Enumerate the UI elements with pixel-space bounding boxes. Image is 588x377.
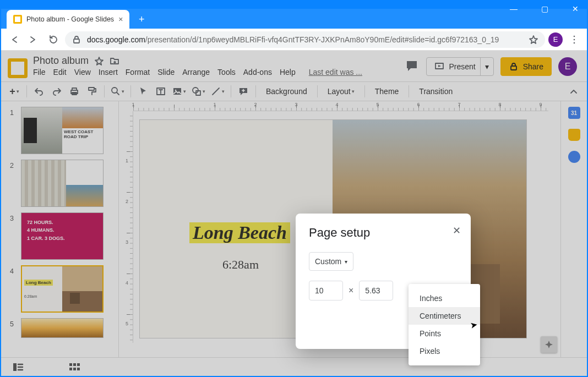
modal-scrim[interactable]: [1, 51, 587, 376]
window-maximize[interactable]: ▢: [535, 4, 554, 13]
browser-tab[interactable]: Photo album - Google Slides ×: [7, 10, 129, 29]
address-bar[interactable]: docs.google.com/presentation/d/1np6weydM…: [65, 31, 545, 48]
units-option-pixels[interactable]: Pixels: [409, 342, 480, 360]
slides-icon: [13, 15, 22, 24]
units-dropdown: Inches Centimeters Points Pixels: [409, 284, 480, 365]
page-width-input[interactable]: [309, 281, 343, 300]
arrow-left-icon: [9, 35, 19, 45]
new-tab-button[interactable]: +: [134, 12, 149, 27]
nav-reload-button[interactable]: [45, 31, 62, 48]
svg-point-1: [574, 35, 575, 37]
browser-menu-button[interactable]: [566, 31, 582, 48]
reload-icon: [48, 35, 58, 45]
svg-rect-0: [74, 39, 79, 43]
kebab-icon: [569, 35, 579, 45]
svg-point-3: [574, 42, 575, 43]
page-height-input[interactable]: [359, 281, 393, 300]
svg-point-2: [574, 39, 575, 40]
page-size-preset-select[interactable]: Custom▾: [309, 252, 353, 271]
window-minimize[interactable]: —: [504, 4, 523, 13]
window-close[interactable]: ✕: [566, 4, 585, 13]
dialog-title: Page setup: [309, 226, 458, 240]
nav-back-button[interactable]: [6, 31, 22, 48]
dimension-times-icon: ×: [349, 286, 353, 296]
nav-forward-button: [25, 31, 42, 48]
url-text: docs.google.com/presentation/d/1np6weydM…: [87, 35, 523, 44]
tab-close-icon[interactable]: ×: [118, 15, 123, 24]
arrow-right-icon: [29, 35, 39, 45]
browser-profile-avatar[interactable]: E: [548, 32, 563, 47]
dialog-close-button[interactable]: ✕: [453, 225, 461, 237]
units-option-centimeters[interactable]: Centimeters: [409, 307, 480, 325]
tab-title: Photo album - Google Slides: [26, 15, 114, 23]
star-icon[interactable]: [529, 35, 538, 45]
lock-icon: [72, 35, 81, 45]
units-option-points[interactable]: Points: [409, 325, 480, 342]
units-option-inches[interactable]: Inches: [409, 289, 480, 307]
